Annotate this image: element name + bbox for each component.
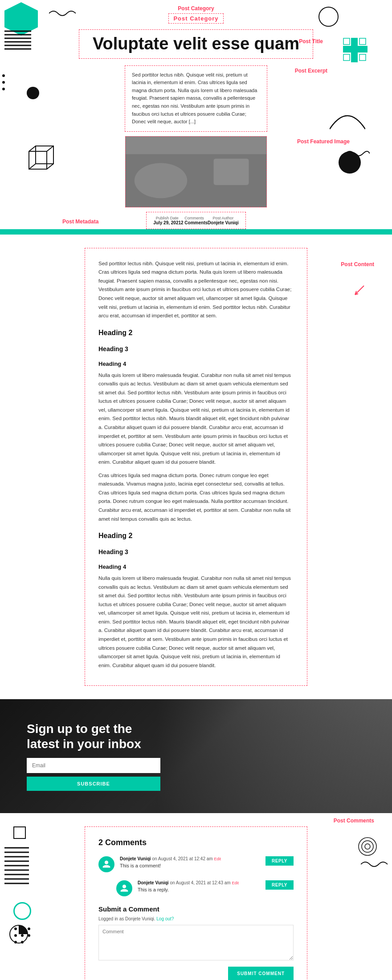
newsletter-title: Sign up to get the latest in your inbox bbox=[27, 721, 160, 751]
featured-img-placeholder bbox=[126, 137, 266, 207]
svg-point-30 bbox=[365, 844, 370, 849]
annotation-post-content: Post Content bbox=[341, 261, 374, 267]
teal-divider-top bbox=[0, 229, 392, 235]
comment-item-2: REPLY Donjete Vuniqi on August 4, 2021 a… bbox=[116, 880, 294, 896]
comment-form-title: Submit a Comment bbox=[98, 905, 294, 913]
comments-title: 2 Comments bbox=[98, 838, 294, 847]
svg-line-25 bbox=[355, 286, 364, 295]
comments-pie-deco bbox=[9, 924, 29, 946]
post-title-container: Voluptate velit esse quam bbox=[79, 29, 313, 59]
comment-body-1: REPLY Donjete Vuniqi on August 4, 2021 a… bbox=[120, 856, 294, 872]
content-para-1: Sed porttitor lectus nibh. Quisque velit… bbox=[98, 259, 294, 320]
reply-button-2[interactable]: REPLY bbox=[265, 880, 294, 890]
comment-textarea[interactable] bbox=[98, 925, 294, 960]
annotation-category: Post Category bbox=[178, 5, 214, 12]
comment-author-2: Donjete Vuniqi bbox=[138, 880, 169, 885]
post-title: Voluptate velit esse quam bbox=[93, 34, 299, 54]
hero-content: Post Category Post Category Post Title V… bbox=[0, 0, 392, 229]
post-content-inner: Sed porttitor lectus nibh. Quisque velit… bbox=[85, 248, 307, 686]
content-heading-3-first: Heading 3 bbox=[98, 344, 294, 355]
content-para-3: Cras ultrices ligula sed magna dictum po… bbox=[98, 471, 294, 523]
comment-author-1: Donjete Vuniqi bbox=[120, 856, 151, 861]
newsletter-subscribe-button[interactable]: SUBSCRIBE bbox=[27, 777, 160, 791]
post-content-section: Post Content Sed porttitor lectus nibh. … bbox=[0, 235, 392, 699]
newsletter-email-input[interactable] bbox=[27, 758, 160, 773]
content-para-4: Nulla quis lorem ut libero malesuada feu… bbox=[98, 574, 294, 670]
annotation-post-title: Post Title bbox=[299, 38, 323, 45]
annotation-post-metadata: Post Metadata bbox=[62, 219, 98, 225]
comments-deco-wavy bbox=[361, 858, 388, 871]
svg-point-29 bbox=[362, 841, 373, 852]
comment-avatar-2 bbox=[116, 880, 132, 896]
reply-button-1[interactable]: REPLY bbox=[265, 856, 294, 866]
metadata-author: Post Author Donjete Vuniqi bbox=[208, 216, 239, 225]
publish-date-label: Publish Date bbox=[153, 216, 181, 220]
comment-body-2: REPLY Donjete Vuniqi on August 4, 2021 a… bbox=[138, 880, 294, 896]
comments-count: 2 Comments bbox=[181, 220, 208, 225]
comments-stripes bbox=[4, 844, 29, 889]
submit-area: SUBMIT COMMENT bbox=[98, 967, 294, 980]
content-heading-2-first: Heading 2 bbox=[98, 327, 294, 339]
annotation-featured-image: Post Featured Image bbox=[297, 138, 350, 145]
svg-rect-24 bbox=[214, 158, 249, 185]
content-heading-3-second: Heading 3 bbox=[98, 547, 294, 558]
newsletter-content: Sign up to get the latest in your inbox … bbox=[27, 721, 160, 791]
annotation-post-excerpt: Post Excerpt bbox=[295, 68, 327, 74]
comment-logout-link[interactable]: Log out? bbox=[156, 916, 174, 921]
comments-square-deco bbox=[13, 826, 26, 839]
post-metadata: Publish Date July 29, 2021 Comments 2 Co… bbox=[146, 212, 245, 229]
post-excerpt: Sed porttitor lectus nibh. Quisque velit… bbox=[125, 65, 267, 132]
comment-avatar-1 bbox=[98, 856, 114, 872]
post-category: Post Category bbox=[168, 13, 223, 24]
publish-date-value: July 29, 2021 bbox=[153, 220, 181, 225]
metadata-comments: Comments 2 Comments bbox=[181, 216, 208, 225]
comment-edit-1[interactable]: Edit bbox=[214, 857, 221, 861]
content-heading-4-first: Heading 4 bbox=[98, 359, 294, 369]
annotation-post-content-arrow bbox=[353, 283, 366, 299]
svg-point-23 bbox=[135, 163, 188, 198]
hero-section: Post Category Post Category Post Title V… bbox=[0, 0, 392, 229]
svg-point-28 bbox=[359, 838, 376, 855]
post-featured-image bbox=[125, 136, 267, 207]
comment-date-1: on August 4, 2021 at 12:42 am bbox=[152, 856, 212, 861]
comments-label: Comments bbox=[181, 216, 208, 220]
author-value: Donjete Vuniqi bbox=[208, 220, 239, 225]
annotation-post-comments: Post Comments bbox=[334, 818, 374, 824]
comment-edit-2[interactable]: Edit bbox=[232, 881, 239, 885]
content-heading-2-second: Heading 2 bbox=[98, 530, 294, 542]
comments-teal-circle bbox=[13, 902, 31, 920]
metadata-publish-date: Publish Date July 29, 2021 bbox=[153, 216, 181, 225]
newsletter-section: Sign up to get the latest in your inbox … bbox=[0, 699, 392, 813]
content-para-2: Nulla quis lorem ut libero malesuada feu… bbox=[98, 371, 294, 467]
comment-login-note: Logged in as Donjete Vuniqi. Log out? bbox=[98, 916, 294, 921]
comments-deco-spiral bbox=[356, 835, 379, 859]
comments-section: Post Comments bbox=[0, 813, 392, 980]
submit-comment-button[interactable]: SUBMIT COMMENT bbox=[228, 967, 294, 980]
comment-item-1: REPLY Donjete Vuniqi on August 4, 2021 a… bbox=[98, 856, 294, 872]
category-area: Post Category Post Category bbox=[168, 13, 223, 27]
content-heading-4-second: Heading 4 bbox=[98, 562, 294, 572]
comment-date-2: on August 4, 2021 at 12:43 am bbox=[170, 880, 230, 885]
comments-inner: 2 Comments REPLY Donjete Vuniqi on Augus… bbox=[85, 826, 307, 980]
author-label: Post Author bbox=[208, 216, 239, 220]
